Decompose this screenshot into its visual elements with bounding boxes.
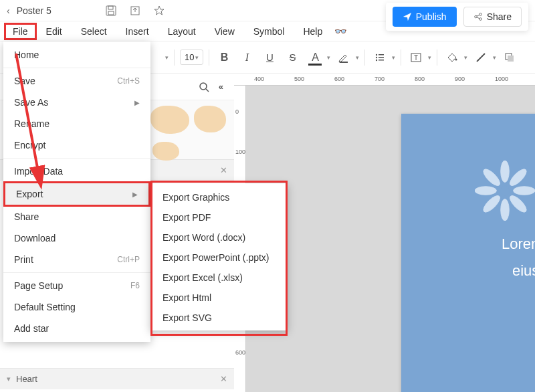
shadow-button[interactable] xyxy=(500,48,519,67)
underline-button[interactable]: U xyxy=(260,48,279,67)
file-share[interactable]: Share xyxy=(3,206,150,227)
strikethrough-button[interactable]: S xyxy=(283,48,302,67)
italic-button[interactable]: I xyxy=(237,48,256,67)
svg-rect-0 xyxy=(106,6,116,15)
publish-label: Publish xyxy=(416,11,447,22)
close-icon[interactable]: ✕ xyxy=(220,165,227,175)
file-import-data[interactable]: Import Data xyxy=(3,161,150,182)
svg-point-10 xyxy=(376,56,377,58)
back-icon[interactable]: ‹ xyxy=(7,5,10,16)
export-svg[interactable]: Export SVG xyxy=(150,308,288,328)
send-icon xyxy=(403,12,412,21)
file-menu: Home SaveCtrl+S Save As▶ Rename Encrypt … xyxy=(3,41,150,342)
category-heart[interactable]: ▾ Heart ✕ xyxy=(0,368,234,389)
svg-point-23 xyxy=(514,187,535,195)
svg-point-21 xyxy=(501,199,510,221)
svg-point-5 xyxy=(479,13,481,16)
chevron-down-icon: ▾ xyxy=(7,375,11,383)
svg-rect-1 xyxy=(108,6,113,9)
collapse-icon[interactable]: « xyxy=(219,82,223,92)
svg-rect-11 xyxy=(379,57,384,58)
save-icon[interactable] xyxy=(105,5,117,17)
svg-point-6 xyxy=(479,18,481,21)
star-icon[interactable] xyxy=(153,5,165,17)
shape-thumb[interactable] xyxy=(194,106,226,132)
svg-point-26 xyxy=(481,193,502,215)
font-size-input[interactable]: 10▾ xyxy=(180,50,203,65)
svg-point-20 xyxy=(501,161,510,182)
share-icon xyxy=(473,12,483,21)
export-pdf[interactable]: Export PDF xyxy=(150,207,288,227)
page-canvas[interactable]: Loren eius xyxy=(401,114,535,392)
header-buttons: Publish Share xyxy=(386,3,528,31)
file-save-as[interactable]: Save As▶ xyxy=(3,92,150,113)
export-graphics[interactable]: Export Graphics xyxy=(150,187,288,207)
bold-button[interactable]: B xyxy=(215,48,233,67)
fill-button[interactable] xyxy=(443,48,461,67)
svg-point-28 xyxy=(500,186,510,195)
svg-text:T: T xyxy=(414,54,418,62)
svg-point-25 xyxy=(508,167,529,188)
svg-point-4 xyxy=(474,15,477,18)
svg-rect-7 xyxy=(340,62,348,63)
font-size-value: 10 xyxy=(185,52,194,62)
file-home[interactable]: Home xyxy=(3,44,150,66)
menu-select[interactable]: Select xyxy=(72,23,116,39)
search-icon[interactable] xyxy=(199,82,209,92)
close-icon[interactable]: ✕ xyxy=(220,374,227,384)
flower-graphic xyxy=(475,161,535,221)
svg-rect-13 xyxy=(379,60,384,61)
line-button[interactable] xyxy=(471,48,490,67)
file-print[interactable]: PrintCtrl+P xyxy=(3,249,150,270)
shape-thumb[interactable] xyxy=(150,106,189,134)
menu-view[interactable]: View xyxy=(205,23,244,39)
file-encrypt[interactable]: Encrypt xyxy=(3,134,150,156)
ruler-horizontal: 400 500 600 700 800 900 1000 xyxy=(234,74,535,86)
share-button[interactable]: Share xyxy=(463,7,522,27)
category-label: Heart xyxy=(16,374,37,384)
svg-rect-2 xyxy=(108,11,114,15)
file-save[interactable]: SaveCtrl+S xyxy=(3,70,150,92)
font-color-button[interactable]: A xyxy=(306,48,324,67)
file-default-setting[interactable]: Default Setting xyxy=(3,296,150,318)
menu-symbol[interactable]: Symbol xyxy=(244,23,294,39)
export-submenu: Export Graphics Export PDF Export Word (… xyxy=(150,183,288,330)
svg-point-19 xyxy=(200,83,207,90)
file-add-star[interactable]: Add star xyxy=(3,318,150,339)
svg-point-8 xyxy=(376,54,377,55)
export-html[interactable]: Export Html xyxy=(150,288,288,308)
highlight-button[interactable] xyxy=(334,48,353,67)
file-rename[interactable]: Rename xyxy=(3,113,150,134)
menu-insert[interactable]: Insert xyxy=(116,23,158,39)
textbox-button[interactable]: T xyxy=(407,48,425,67)
export-excel[interactable]: Export Excel (.xlsx) xyxy=(150,268,288,288)
shape-thumb[interactable] xyxy=(152,142,179,161)
export-word[interactable]: Export Word (.docx) xyxy=(150,227,288,248)
file-download[interactable]: Download xyxy=(3,227,150,249)
svg-rect-18 xyxy=(508,56,514,62)
svg-point-24 xyxy=(481,167,502,188)
separator xyxy=(174,50,175,66)
document-title: Poster 5 xyxy=(17,5,51,16)
file-page-setup[interactable]: Page SetupF6 xyxy=(3,275,150,296)
binoculars-icon[interactable]: 👓 xyxy=(334,25,347,37)
publish-button[interactable]: Publish xyxy=(393,7,457,27)
file-export[interactable]: Export▶ xyxy=(5,183,148,205)
chevron-down-icon[interactable]: ▾ xyxy=(165,54,169,61)
export-powerpoint[interactable]: Export PowerPoint (.pptx) xyxy=(150,248,288,268)
bullets-button[interactable] xyxy=(370,48,389,67)
page-text: Loren eius xyxy=(502,231,535,284)
export-quick-icon[interactable] xyxy=(129,5,141,17)
svg-point-16 xyxy=(455,58,457,60)
svg-point-22 xyxy=(475,187,496,195)
menu-file[interactable]: File xyxy=(4,23,37,40)
menu-edit[interactable]: Edit xyxy=(37,23,72,39)
svg-point-12 xyxy=(376,59,377,60)
menu-layout[interactable]: Layout xyxy=(158,23,205,39)
svg-rect-9 xyxy=(379,54,384,56)
svg-point-27 xyxy=(508,193,529,215)
menu-help[interactable]: Help xyxy=(294,23,332,39)
share-label: Share xyxy=(487,11,512,22)
